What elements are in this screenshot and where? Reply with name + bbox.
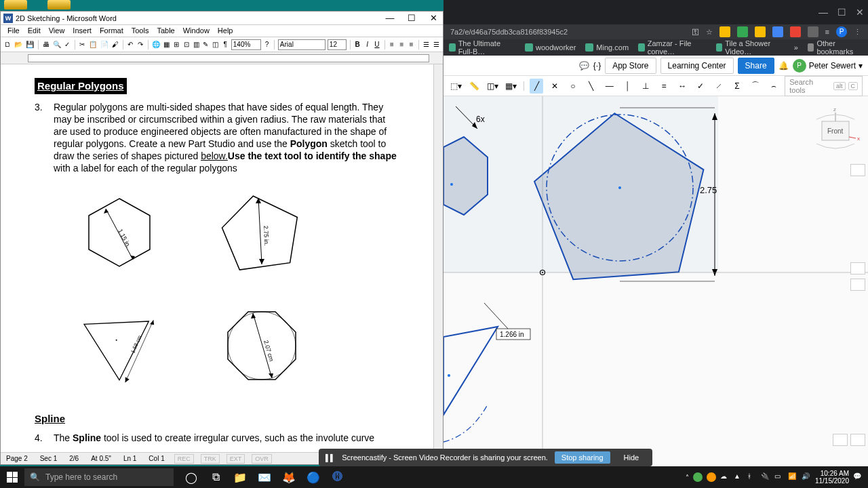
section-icon[interactable]: ◫▾ (486, 79, 500, 94)
isometric-view-icon[interactable] (850, 164, 865, 176)
extensions-menu-icon[interactable]: ≡ (825, 28, 829, 36)
numbered-list-icon[interactable]: ☰ (422, 39, 430, 50)
taskbar-search[interactable]: 🔍 Type here to search (24, 468, 174, 486)
tray-icon[interactable] (693, 472, 703, 482)
word-ruler[interactable] (1, 52, 443, 64)
start-button[interactable] (0, 466, 24, 488)
status-trk[interactable]: TRK (201, 454, 220, 464)
browser-addressbar[interactable]: 7a2/e/d46a75ddb3ca8166f83945c2 ⚿ ☆ ≡ P ⋮ (443, 24, 868, 39)
drawing-icon[interactable]: ✎ (202, 39, 210, 50)
vertical-scrollbar[interactable] (433, 64, 443, 452)
share-button[interactable]: Share (738, 58, 774, 74)
horiz-constraint-icon[interactable]: — (602, 79, 616, 94)
save-icon[interactable]: 💾 (25, 39, 35, 50)
print-icon[interactable]: 🖶 (42, 39, 50, 50)
bookmark-item[interactable]: Tile a Shower Video… (716, 39, 785, 56)
pause-icon[interactable]: ▌▌ (326, 454, 335, 462)
extension-icon[interactable] (719, 26, 730, 37)
perp-constraint-icon[interactable]: ⊥ (639, 79, 653, 94)
onedrive-icon[interactable]: ☁ (720, 472, 730, 482)
notification-icon[interactable]: 🔔 (778, 61, 789, 70)
curve-icon[interactable]: ⌢ (766, 79, 781, 94)
corner-rect-icon[interactable]: ✕ (547, 79, 561, 94)
taskbar-clock[interactable]: 10:26 AM 11/15/2020 (815, 470, 849, 485)
menu-edit[interactable]: Edit (24, 25, 45, 37)
map-icon[interactable]: ◫ (212, 39, 219, 50)
equal-constraint-icon[interactable]: = (657, 79, 671, 94)
tangent-icon[interactable]: ⟋ (712, 79, 726, 94)
vert-constraint-icon[interactable]: │ (620, 79, 635, 94)
mail-icon[interactable]: ✉️ (254, 466, 275, 488)
copy-icon[interactable]: 📋 (88, 39, 98, 50)
status-ext[interactable]: EXT (226, 454, 245, 464)
learning-center-button[interactable]: Learning Center (660, 58, 734, 74)
open-icon[interactable]: 📂 (14, 39, 23, 50)
word-titlebar[interactable]: W 2D Sketching - Microsoft Word — ☐ ✕ (1, 12, 443, 25)
center-circle-icon[interactable]: ○ (566, 79, 580, 94)
profile-avatar[interactable]: P (836, 26, 847, 37)
extension-icon[interactable] (755, 26, 766, 37)
pilcrow-icon[interactable]: ¶ (221, 39, 229, 50)
insert-table-icon[interactable]: ⊞ (173, 39, 180, 50)
menu-insert[interactable]: Insert (68, 25, 96, 37)
bold-icon[interactable]: B (354, 39, 361, 50)
mate-connector-icon[interactable] (850, 262, 865, 274)
menu-tools[interactable]: Tools (127, 25, 153, 37)
units-icon[interactable] (833, 434, 848, 446)
maximize-button[interactable]: ☐ (405, 13, 418, 23)
word-taskbar-icon[interactable]: 🅦 (327, 466, 349, 488)
fontsize-select[interactable] (328, 39, 347, 50)
desktop-icon[interactable] (4, 0, 27, 9)
tray-icon[interactable]: ▲ (734, 472, 743, 482)
font-select[interactable] (278, 39, 326, 50)
preview-icon[interactable]: 🔍 (52, 39, 62, 50)
network-icon[interactable]: 🔌 (761, 472, 770, 482)
spell-icon[interactable]: ✓ (64, 39, 71, 50)
measure-icon[interactable]: 📏 (467, 79, 481, 94)
file-explorer-icon[interactable]: 📁 (229, 466, 251, 488)
coincident-icon[interactable]: ✓ (694, 79, 708, 94)
word-document[interactable]: Regular Polygons 3. Regular polygons are… (1, 64, 433, 452)
desktop-icon[interactable] (47, 0, 71, 9)
bookmark-item[interactable]: Ming.com (585, 43, 629, 52)
menu-view[interactable]: View (45, 25, 69, 37)
line-tool-icon[interactable]: ╱ (530, 79, 544, 94)
view-cube[interactable]: z Front x (808, 104, 863, 159)
format-painter-icon[interactable]: 🖌 (111, 39, 119, 50)
bookmarks-chevron-icon[interactable]: » (794, 43, 798, 52)
bullet-list-icon[interactable]: ☰ (433, 39, 440, 50)
redo-icon[interactable]: ↷ (136, 39, 144, 50)
menu-help[interactable]: Help (214, 25, 237, 37)
undo-icon[interactable]: ↶ (127, 39, 134, 50)
minimize-button[interactable]: — (383, 13, 397, 23)
browser-menu-icon[interactable]: ⋮ (854, 28, 861, 37)
align-left-icon[interactable]: ≡ (388, 39, 395, 50)
user-menu[interactable]: P Peter Sewert ▾ (793, 59, 863, 73)
browser-minimize-icon[interactable]: — (818, 7, 828, 18)
browser-maximize-icon[interactable]: ☐ (837, 7, 846, 18)
menu-window[interactable]: Window (179, 25, 214, 37)
browser-close-icon[interactable]: ✕ (856, 7, 864, 18)
excel-icon[interactable]: ⊡ (182, 39, 190, 50)
view-icon[interactable]: ▦▾ (504, 79, 518, 94)
other-bookmarks[interactable]: Other bookmarks (808, 39, 863, 56)
battery-icon[interactable]: ▭ (774, 472, 784, 482)
new-doc-icon[interactable]: 🗋 (3, 39, 12, 50)
versions-icon[interactable]: {·} (593, 61, 601, 70)
cut-icon[interactable]: ✂ (79, 39, 86, 50)
bookmark-item[interactable]: Zamzar - File conve… (638, 39, 707, 56)
zoom-select[interactable] (231, 39, 261, 50)
help-icon[interactable]: ? (263, 39, 271, 50)
bookmark-item[interactable]: The Ultimate Full-B… (449, 39, 515, 56)
menu-file[interactable]: File (3, 25, 24, 37)
firefox-icon[interactable]: 🦊 (278, 466, 300, 488)
extension-icon[interactable] (790, 26, 801, 37)
comment-icon[interactable]: 💬 (579, 61, 589, 70)
parallel-icon[interactable]: ⌒ (748, 79, 762, 94)
feature-list-icon[interactable] (850, 279, 865, 291)
tray-icon[interactable] (707, 472, 716, 482)
chrome-icon[interactable]: 🔵 (302, 466, 324, 488)
stop-sharing-button[interactable]: Stop sharing (555, 451, 610, 464)
cortana-icon[interactable]: ◯ (180, 466, 202, 488)
hide-button[interactable]: Hide (617, 451, 646, 464)
